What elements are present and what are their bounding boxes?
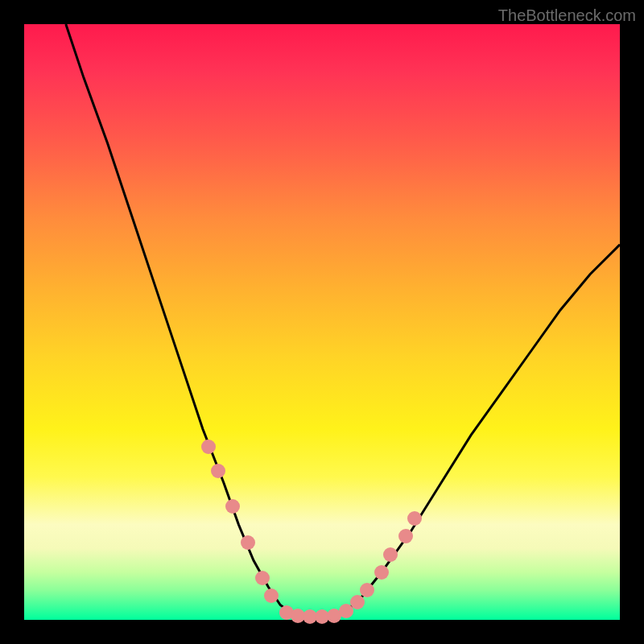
marker-dot	[264, 588, 279, 603]
chart-plot-area	[24, 24, 620, 620]
marker-dot	[255, 571, 270, 585]
marker-dot	[374, 565, 389, 580]
marker-dot	[360, 583, 374, 597]
marker-dot	[211, 464, 225, 478]
marker-dot	[383, 547, 398, 562]
bottleneck-curve	[66, 24, 620, 617]
marker-dot	[407, 511, 422, 526]
marker-dot	[241, 535, 255, 550]
marker-dot	[201, 440, 216, 454]
marker-dot	[350, 595, 365, 609]
marker-dot	[225, 499, 240, 514]
watermark-text: TheBottleneck.com	[498, 6, 636, 25]
marker-dot	[398, 529, 413, 543]
curve-svg	[24, 24, 620, 620]
